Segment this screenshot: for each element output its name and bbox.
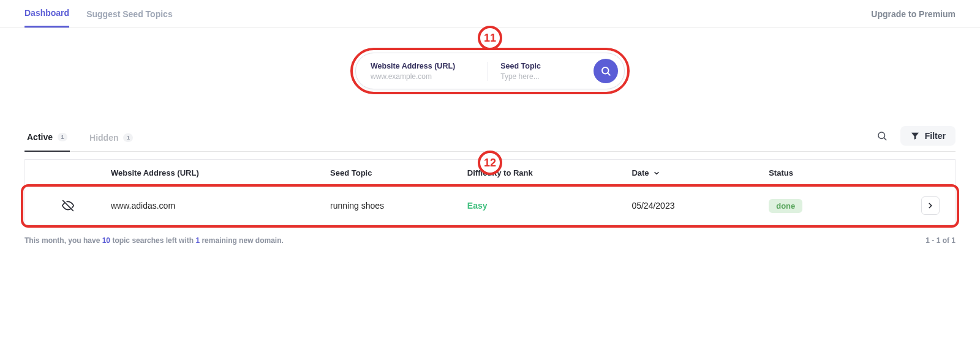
search-area: 11 Website Address (URL) www.example.com… [0,53,980,89]
funnel-icon [910,131,920,141]
table-header: Website Address (URL) Seed Topic Difficu… [24,159,956,187]
cell-url: www.adidas.com [111,201,330,211]
tab-hidden-count: 1 [123,133,133,142]
search-wrap: 11 Website Address (URL) www.example.com… [355,53,625,89]
table: 12 Website Address (URL) Seed Topic Diff… [24,159,956,225]
eye-off-icon [62,200,74,212]
quota-mid: topic searches left with [110,236,195,245]
col-date-label: Date [631,168,649,177]
status-badge: done [769,199,802,213]
search-rows-button[interactable] [871,125,893,147]
search-url-field[interactable]: Website Address (URL) www.example.com [371,62,488,81]
quota-text: This month, you have 10 topic searches l… [24,236,284,245]
cell-seed: running shoes [330,201,467,211]
quota-searches: 10 [102,236,110,245]
open-row-button[interactable] [921,196,940,215]
table-row: www.adidas.com running shoes Easy 05/24/… [24,187,956,225]
search-button[interactable] [594,59,618,83]
nav-dashboard[interactable]: Dashboard [24,0,69,28]
chevron-down-icon [653,170,660,177]
search-icon [876,130,888,141]
tab-active[interactable]: Active 1 [24,124,70,152]
col-date[interactable]: Date [631,168,769,177]
cell-difficulty: Easy [467,201,632,211]
svg-line-3 [884,138,886,140]
cell-date: 05/24/2023 [631,201,769,211]
tabs-left: Active 1 Hidden 1 [24,124,135,151]
col-status[interactable]: Status [769,168,906,177]
quota-pre: This month, you have [24,236,102,245]
hide-row-button[interactable] [25,200,111,212]
tab-active-count: 1 [58,133,67,141]
tabs-right: Filter [871,125,956,151]
filter-label: Filter [925,131,946,141]
search-icon [600,65,611,76]
tabs-row: Active 1 Hidden 1 Filter [24,124,956,152]
upgrade-premium-link[interactable]: Upgrade to Premium [871,9,956,19]
search-url-label: Website Address (URL) [371,62,475,71]
col-seed[interactable]: Seed Topic [330,168,467,177]
cell-status: done [769,199,906,213]
pagination-text: 1 - 1 of 1 [925,236,956,245]
search-seed-label: Seed Topic [500,62,581,71]
col-url[interactable]: Website Address (URL) [111,168,330,177]
search-url-placeholder: www.example.com [371,72,475,81]
search-seed-field[interactable]: Seed Topic Type here... [488,62,594,81]
tab-active-label: Active [27,132,53,142]
top-nav: Dashboard Suggest Seed Topics Upgrade to… [0,0,980,28]
nav-suggest-seed-topics[interactable]: Suggest Seed Topics [86,0,173,28]
top-nav-left: Dashboard Suggest Seed Topics [24,0,173,28]
svg-line-1 [608,73,609,75]
footer-row: This month, you have 10 topic searches l… [24,236,956,245]
search-pill: Website Address (URL) www.example.com Se… [355,53,625,89]
filter-button[interactable]: Filter [900,126,956,146]
table-body: www.adidas.com running shoes Easy 05/24/… [24,187,956,225]
quota-post: remaining new domain. [200,236,284,245]
chevron-right-icon [926,201,935,210]
tab-hidden[interactable]: Hidden 1 [87,124,135,151]
search-seed-placeholder: Type here... [500,72,581,81]
tab-hidden-label: Hidden [89,133,118,143]
cell-open [906,196,955,215]
annotation-11: 11 [478,26,502,50]
col-difficulty[interactable]: Difficulty to Rank [467,168,632,177]
